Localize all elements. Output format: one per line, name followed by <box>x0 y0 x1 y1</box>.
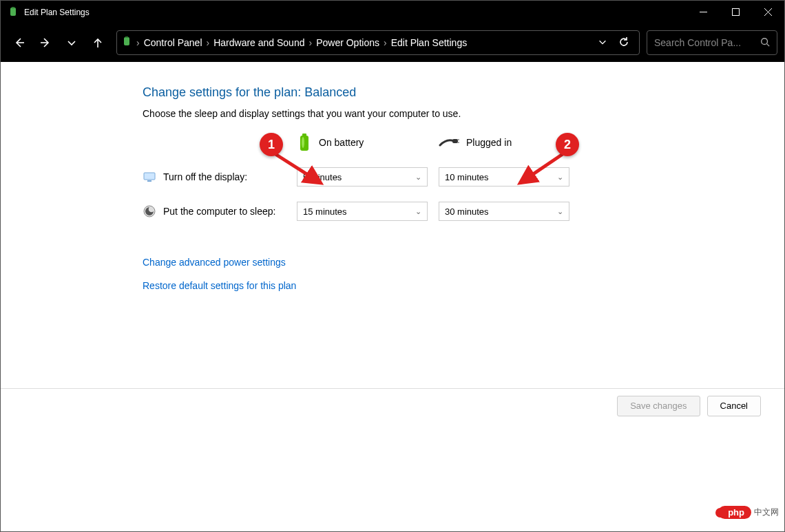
content-area: Change settings for the plan: Balanced C… <box>1 62 784 531</box>
chevron-right-icon: › <box>207 37 210 48</box>
sleep-battery-select[interactable]: 15 minutes ⌄ <box>297 202 428 221</box>
chevron-down-icon: ⌄ <box>557 207 563 216</box>
search-box[interactable] <box>647 30 777 55</box>
watermark: php 中文网 <box>718 506 779 519</box>
recent-locations-button[interactable] <box>60 31 83 54</box>
chevron-down-icon: ⌄ <box>415 207 421 216</box>
display-icon <box>143 170 156 184</box>
restore-defaults-link[interactable]: Restore default settings for this plan <box>143 280 784 291</box>
column-label: On battery <box>319 137 364 148</box>
svg-line-12 <box>767 43 770 46</box>
refresh-button[interactable] <box>618 36 629 50</box>
page-subheading: Choose the sleep and display settings th… <box>143 108 784 119</box>
annotation-marker-2: 2 <box>556 133 579 156</box>
watermark-text: 中文网 <box>754 507 779 518</box>
titlebar: Edit Plan Settings <box>1 1 784 23</box>
select-value: 30 minutes <box>445 206 489 217</box>
svg-rect-16 <box>452 139 458 143</box>
select-value: 15 minutes <box>303 206 347 217</box>
breadcrumb-item[interactable]: Power Options› <box>316 37 387 48</box>
select-value: 10 minutes <box>445 172 489 182</box>
advanced-settings-link[interactable]: Change advanced power settings <box>143 257 784 268</box>
search-icon[interactable] <box>760 37 770 49</box>
window-frame: Edit Plan Settings › Control Panel› Hard… <box>0 0 785 532</box>
chevron-down-icon: ⌄ <box>415 173 421 182</box>
address-icon <box>121 36 132 50</box>
window-controls <box>687 1 784 23</box>
breadcrumb-item[interactable]: Hardware and Sound› <box>213 37 312 48</box>
sleep-icon <box>143 204 156 218</box>
chevron-right-icon: › <box>308 37 312 48</box>
action-button-bar: Save changes Cancel <box>1 388 784 423</box>
app-icon <box>8 7 19 18</box>
breadcrumb-item[interactable]: Edit Plan Settings <box>391 37 468 48</box>
svg-rect-13 <box>300 136 308 151</box>
up-button[interactable] <box>86 31 109 54</box>
maximize-button[interactable] <box>720 1 752 23</box>
column-header-battery: On battery <box>297 133 439 152</box>
svg-rect-20 <box>147 180 151 182</box>
column-label: Plugged in <box>466 137 512 148</box>
svg-rect-14 <box>302 134 306 136</box>
search-input[interactable] <box>654 37 744 48</box>
svg-line-23 <box>520 154 563 183</box>
cancel-button[interactable]: Cancel <box>707 396 761 416</box>
breadcrumb-item[interactable]: Control Panel› <box>144 37 210 48</box>
page-heading: Change settings for the plan: Balanced <box>143 85 784 100</box>
svg-point-15 <box>302 137 304 148</box>
svg-point-11 <box>762 38 768 44</box>
sleep-plugged-select[interactable]: 30 minutes ⌄ <box>439 202 569 221</box>
chevron-right-icon: › <box>136 37 140 48</box>
minimize-button[interactable] <box>687 1 720 23</box>
svg-rect-10 <box>125 36 128 38</box>
setting-row-display: Turn off the display: 5 minutes ⌄ 10 min… <box>143 167 784 187</box>
watermark-brand: php <box>718 506 751 519</box>
annotation-arrow-1 <box>273 151 328 189</box>
svg-rect-1 <box>12 7 14 8</box>
svg-rect-9 <box>124 37 129 45</box>
save-changes-button[interactable]: Save changes <box>617 396 700 416</box>
svg-rect-3 <box>733 9 740 16</box>
setting-row-sleep: Put the computer to sleep: 15 minutes ⌄ … <box>143 202 784 221</box>
forward-button[interactable] <box>34 31 57 54</box>
chevron-right-icon: › <box>384 37 387 48</box>
battery-icon <box>297 133 312 152</box>
svg-rect-0 <box>10 8 16 16</box>
column-headers: On battery Plugged in <box>297 133 784 152</box>
annotation-marker-1: 1 <box>260 133 283 156</box>
navigation-bar: › Control Panel› Hardware and Sound› Pow… <box>1 23 784 62</box>
address-dropdown-button[interactable] <box>598 37 607 49</box>
close-button[interactable] <box>752 1 784 23</box>
svg-line-22 <box>275 154 321 183</box>
window-title: Edit Plan Settings <box>24 8 687 17</box>
row-label: Put the computer to sleep: <box>143 204 297 218</box>
svg-rect-19 <box>144 173 155 180</box>
address-bar[interactable]: › Control Panel› Hardware and Sound› Pow… <box>116 30 640 55</box>
annotation-arrow-2 <box>514 151 569 189</box>
plug-icon <box>439 137 459 148</box>
back-button[interactable] <box>8 31 31 54</box>
